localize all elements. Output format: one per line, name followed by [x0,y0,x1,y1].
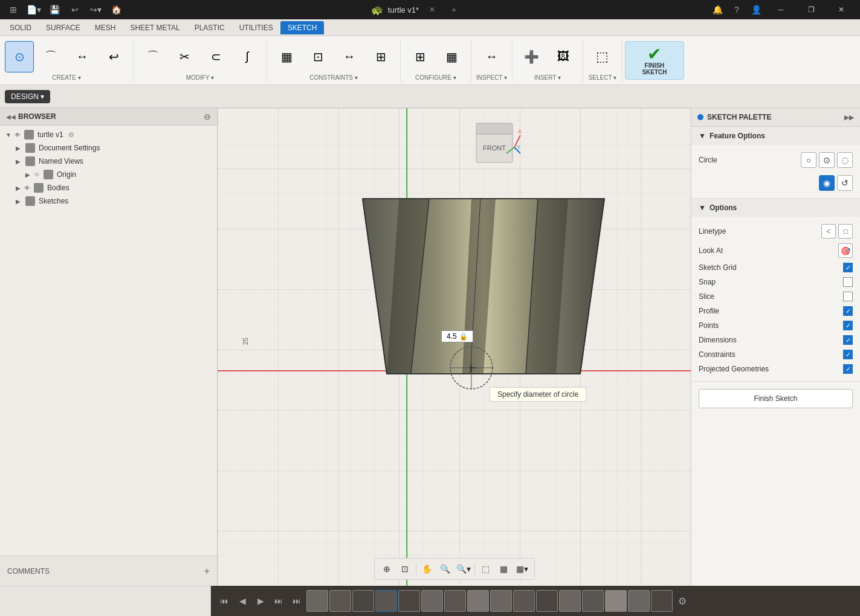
profile-checkbox[interactable]: ✓ [843,306,853,316]
new-file-btn[interactable]: 📄▾ [25,1,42,18]
tab-solid[interactable]: SOLID [2,21,39,34]
arc-tool-btn[interactable]: ↩ [99,41,128,72]
close-tab-btn[interactable]: ✕ [424,1,441,18]
circle-opt-3[interactable]: ◌ [837,152,853,168]
browser-item-doc-settings[interactable]: ▶ Document Settings [0,141,217,155]
browser-collapse-icon[interactable]: ◀◀ [6,114,16,120]
lookat-icon[interactable]: 🎯 [838,243,853,258]
dimensions-checkbox[interactable]: ✓ [843,335,853,345]
circle-opt-4[interactable]: ◉ [819,175,835,191]
filmstrip-next-btn[interactable]: ⏭ [270,592,287,609]
thumb-5[interactable] [398,590,420,612]
thumb-2[interactable] [329,590,351,612]
finish-sketch-ribbon-btn[interactable]: ✔ FINISH SKETCH [630,45,679,76]
snap-checkbox[interactable] [843,277,853,287]
notification-btn[interactable]: 🔔 [709,1,726,18]
home-btn[interactable]: 🏠 [108,1,124,18]
grid-icon[interactable]: ⊞ [5,1,22,18]
offset-btn[interactable]: ⊂ [201,41,230,72]
sketch-grid-checkbox[interactable]: ✓ [843,263,853,272]
thumb-8[interactable] [467,590,489,612]
display-btn[interactable]: ⬚ [477,560,494,577]
palette-collapse-btn[interactable]: ▶▶ [844,114,854,121]
tab-sheet-metal[interactable]: SHEET METAL [123,21,187,34]
thumb-16[interactable] [651,590,673,612]
thumb-15[interactable] [628,590,650,612]
maximize-btn[interactable]: ❐ [797,0,825,19]
points-checkbox[interactable]: ✓ [843,321,853,330]
close-btn[interactable]: ✕ [827,0,855,19]
insert2-btn[interactable]: 🖼 [549,41,578,72]
thumb-7[interactable] [444,590,466,612]
dimension-tool-btn[interactable]: ↔ [68,41,97,72]
thumb-3[interactable] [352,590,374,612]
minimize-btn[interactable]: ─ [767,0,795,19]
browser-toggle-icon[interactable]: ⊖ [204,112,211,121]
eye-icon-root[interactable]: 👁 [15,132,21,138]
projected-geo-checkbox[interactable]: ✓ [843,364,853,374]
filmstrip-play-btn[interactable]: ▶ [252,592,269,609]
undo-btn[interactable]: ↩ [66,1,83,18]
design-dropdown-btn[interactable]: DESIGN ▾ [5,90,50,103]
new-tab-btn[interactable]: + [445,1,462,18]
canvas-area[interactable]: 25 FRONT X Y [218,108,691,586]
circle-tool-btn[interactable]: ⊙ [5,41,34,72]
grid-dropdown-btn[interactable]: ▦▾ [514,560,531,577]
tab-plastic[interactable]: PLASTIC [187,21,232,34]
constraints-checkbox[interactable]: ✓ [843,350,853,359]
thumb-6[interactable] [421,590,443,612]
filmstrip-last-btn[interactable]: ⏭ [288,592,305,609]
mirror-btn[interactable]: ∫ [233,41,262,72]
circle-opt-5[interactable]: ↺ [837,175,853,191]
linetype-icon-2[interactable]: □ [838,224,853,239]
circle-opt-2[interactable]: ⊙ [819,152,835,168]
constraint2-btn[interactable]: ↔ [335,41,364,72]
thumb-9[interactable] [490,590,512,612]
inspect1-btn[interactable]: ↔ [477,41,506,72]
linetype-icon-1[interactable]: < [821,224,836,239]
options-header[interactable]: ▼ Options [691,199,860,217]
grid-btn[interactable]: ▦ [496,560,512,577]
circle-opt-1[interactable]: ○ [801,152,816,168]
tab-surface[interactable]: SURFACE [39,21,88,34]
tab-utilities[interactable]: UTILITIES [232,21,280,34]
redo-btn[interactable]: ↪▾ [87,1,104,18]
browser-item-bodies[interactable]: ▶ 👁 Bodies [0,181,217,194]
browser-item-sketches[interactable]: ▶ Sketches [0,194,217,208]
thumb-11[interactable] [536,590,558,612]
line-tool-btn[interactable]: ⌒ [36,41,65,72]
thumb-13[interactable] [582,590,604,612]
thumb-14[interactable] [605,590,627,612]
constraint1-btn[interactable]: ▦ [272,41,301,72]
finish-sketch-palette-btn[interactable]: Finish Sketch [699,389,853,408]
thumb-12[interactable] [559,590,581,612]
zoom-btn[interactable]: 🔍 [437,560,454,577]
thumb-4[interactable] [375,590,397,612]
trim-btn[interactable]: ✂ [170,41,199,72]
thumb-10[interactable] [513,590,535,612]
comments-add-btn[interactable]: + [204,566,210,577]
tab-sketch[interactable]: SKETCH [280,21,325,34]
filmstrip-prev-btn[interactable]: ◀ [234,592,251,609]
save-btn[interactable]: 💾 [46,1,63,18]
slice-checkbox[interactable] [843,292,853,301]
constraint3-btn[interactable]: ⊞ [366,41,395,72]
zoom-dropdown-btn[interactable]: 🔍▾ [455,560,472,577]
thumb-1[interactable] [306,590,328,612]
help-btn[interactable]: ? [728,1,745,18]
tab-mesh[interactable]: MESH [88,21,123,34]
browser-item-root[interactable]: ▼ 👁 turtle v1 ⚙ [0,128,217,141]
dimension-btn[interactable]: ⊡ [303,41,332,72]
browser-item-named-views[interactable]: ▶ Named Views [0,155,217,168]
view-cube[interactable]: FRONT X Y [473,120,522,168]
eye-icon-bodies[interactable]: 👁 [24,185,30,191]
configure2-btn[interactable]: ▦ [437,41,466,72]
eye-icon-origin[interactable]: 👁 [34,172,40,178]
feature-options-header[interactable]: ▼ Feature Options [691,127,860,145]
browser-item-origin[interactable]: ▶ 👁 Origin [0,168,217,181]
snap-btn[interactable]: ⊕ [378,560,395,577]
select1-btn[interactable]: ⬚ [588,41,617,72]
fillet-btn[interactable]: ⌒ [138,41,167,72]
configure1-btn[interactable]: ⊞ [406,41,435,72]
filmstrip-first-btn[interactable]: ⏮ [216,592,233,609]
